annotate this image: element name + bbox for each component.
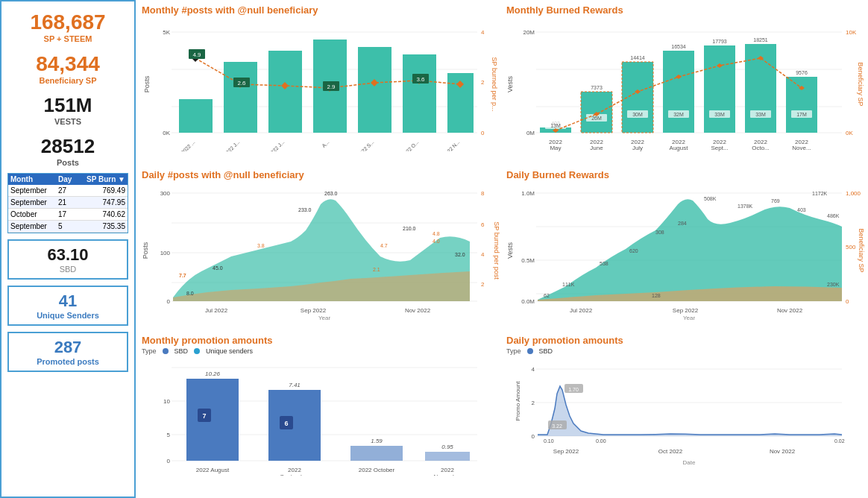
- svg-text:7373: 7373: [591, 85, 603, 90]
- svg-text:2022 ...: 2022 ...: [180, 139, 196, 151]
- monthly-burned-chart: Vests Beneficiary SP 20M 0M 10K 0K: [506, 17, 864, 151]
- svg-text:4.9: 4.9: [192, 51, 201, 58]
- svg-text:Beneficiary SP: Beneficiary SP: [858, 229, 864, 273]
- table-cell: September: [8, 185, 56, 197]
- legend-sbd-label: SBD: [174, 347, 189, 355]
- sp-steem-value: 168,687: [7, 10, 128, 34]
- svg-text:32M: 32M: [673, 112, 684, 117]
- table-cell: September: [8, 221, 56, 233]
- svg-rect-54: [663, 51, 694, 133]
- svg-text:0K: 0K: [163, 130, 170, 136]
- svg-text:Nove...: Nove...: [792, 145, 811, 151]
- svg-text:10: 10: [163, 398, 170, 405]
- svg-text:Sept...: Sept...: [711, 145, 728, 151]
- svg-text:10K: 10K: [846, 29, 857, 36]
- svg-text:3.6: 3.6: [416, 76, 425, 83]
- svg-text:2022: 2022: [288, 467, 301, 473]
- burn-table: Month Day SP Burn ▼ September27769.49Sep…: [7, 173, 128, 233]
- col-day: Day: [56, 174, 77, 185]
- daily-posts-panel: Daily #posts with @null beneficiary Post…: [137, 166, 502, 331]
- svg-text:0.95: 0.95: [441, 444, 453, 450]
- svg-rect-12: [224, 62, 257, 133]
- senders-stat: 41 Unique Senders: [7, 286, 128, 326]
- svg-text:18251: 18251: [753, 37, 768, 42]
- svg-text:Sep 2022: Sep 2022: [553, 448, 579, 455]
- svg-text:SP burned per p...: SP burned per p...: [491, 57, 498, 112]
- svg-text:13M: 13M: [550, 123, 561, 128]
- svg-text:2: 2: [481, 281, 485, 288]
- svg-text:2022 J...: 2022 J...: [268, 139, 286, 151]
- svg-text:2: 2: [481, 79, 485, 86]
- sbd-stat: 63.10 SBD: [7, 239, 128, 280]
- svg-text:July: July: [632, 145, 643, 151]
- svg-text:6: 6: [481, 221, 485, 228]
- svg-text:4: 4: [532, 366, 535, 373]
- svg-text:6: 6: [284, 420, 288, 427]
- svg-text:2022 N...: 2022 N...: [442, 139, 461, 151]
- col-sp-burn: SP Burn ▼: [77, 174, 128, 185]
- svg-text:7.7: 7.7: [179, 273, 186, 278]
- table-cell: October: [8, 209, 56, 221]
- svg-text:1,000: 1,000: [846, 190, 861, 197]
- svg-text:0.02: 0.02: [834, 438, 845, 444]
- svg-text:308: 308: [655, 230, 664, 235]
- svg-text:0: 0: [846, 298, 849, 305]
- svg-text:17M: 17M: [796, 112, 807, 117]
- svg-text:233.0: 233.0: [298, 207, 312, 212]
- legend-sbd2-dot: [527, 348, 533, 354]
- sp-steem-label: SP + STEEM: [7, 34, 128, 43]
- svg-text:Date: Date: [683, 459, 696, 466]
- svg-text:33M: 33M: [714, 112, 725, 117]
- table-cell: 21: [56, 197, 77, 209]
- daily-burned-title: Daily Burned Rewards: [506, 169, 862, 180]
- svg-text:2: 2: [532, 400, 535, 406]
- svg-text:Vests: Vests: [506, 242, 514, 259]
- svg-text:Beneficiary SP: Beneficiary SP: [857, 62, 864, 106]
- monthly-posts-chart: Posts SP burned per p... 5K 0K 4 2 0: [142, 17, 500, 151]
- svg-text:0: 0: [167, 458, 171, 464]
- svg-text:263.0: 263.0: [324, 191, 338, 196]
- table-cell: 740.62: [77, 209, 128, 221]
- svg-rect-57: [786, 77, 817, 133]
- svg-text:30M: 30M: [632, 112, 643, 117]
- svg-rect-171: [425, 452, 470, 461]
- legend-type-label: Type: [142, 347, 157, 355]
- senders-label: Unique Senders: [12, 311, 124, 320]
- svg-text:A...: A...: [321, 139, 330, 148]
- svg-text:1172K: 1172K: [812, 191, 828, 196]
- svg-text:1378K: 1378K: [738, 204, 753, 209]
- table-row: September21747.95: [8, 197, 128, 209]
- svg-text:2022 October: 2022 October: [359, 467, 395, 473]
- svg-text:0.0M: 0.0M: [521, 298, 535, 305]
- legend-senders-label: Unique senders: [206, 347, 253, 355]
- svg-text:32.0: 32.0: [455, 252, 465, 257]
- daily-posts-chart: Posts SP burned per post 300 100 0 8 6 4…: [142, 182, 500, 320]
- legend-sbd-dot: [163, 348, 169, 354]
- monthly-promo-title: Monthly promotion amounts: [142, 335, 497, 346]
- svg-text:Sep 2022: Sep 2022: [673, 307, 699, 314]
- svg-text:Jul 2022: Jul 2022: [205, 307, 228, 314]
- svg-text:7: 7: [202, 412, 206, 420]
- svg-text:10.26: 10.26: [205, 371, 221, 377]
- svg-text:33M: 33M: [755, 112, 766, 117]
- table-cell: September: [8, 197, 56, 209]
- svg-text:300: 300: [160, 190, 171, 197]
- monthly-promo-panel: Monthly promotion amounts Type SBD Uniqu…: [137, 332, 502, 497]
- svg-text:Octo...: Octo...: [752, 145, 770, 151]
- svg-text:2022 J...: 2022 J...: [223, 139, 241, 151]
- svg-text:May: May: [550, 145, 561, 151]
- charts-area: Monthly #posts with @null beneficiary Po…: [136, 0, 868, 498]
- svg-text:500: 500: [846, 244, 856, 250]
- svg-text:45.0: 45.0: [213, 265, 223, 271]
- vests-value: 151M: [7, 94, 128, 117]
- svg-text:Jul 2022: Jul 2022: [570, 307, 593, 314]
- svg-text:284: 284: [678, 221, 687, 226]
- svg-text:Nov 2022: Nov 2022: [405, 307, 431, 314]
- svg-text:538: 538: [600, 261, 608, 266]
- table-cell: 5: [56, 221, 77, 233]
- svg-text:769: 769: [771, 198, 780, 204]
- monthly-burned-title: Monthly Burned Rewards: [506, 4, 862, 16]
- promoted-stat: 287 Promoted posts: [7, 332, 128, 372]
- svg-text:Nov 2022: Nov 2022: [770, 448, 796, 455]
- svg-text:403: 403: [797, 207, 806, 212]
